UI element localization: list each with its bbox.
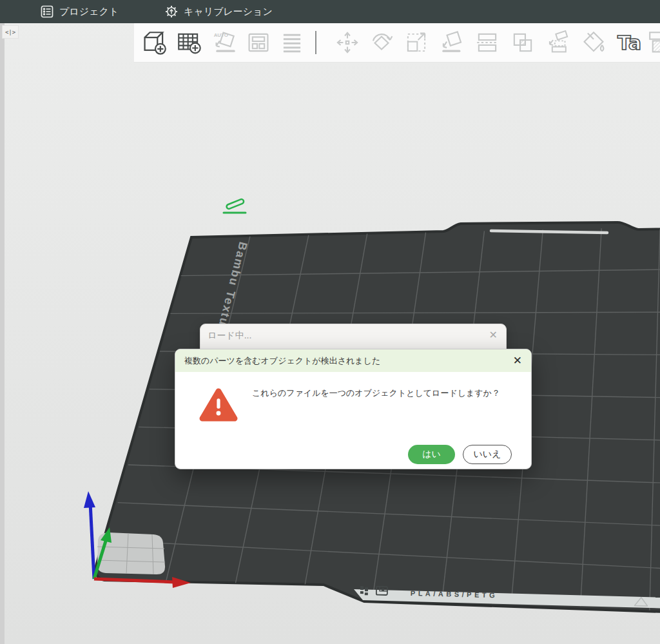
add-object-icon bbox=[141, 29, 168, 56]
color-painting-icon bbox=[580, 29, 607, 56]
top-menubar: プロジェクト キャリブレーション bbox=[0, 0, 660, 23]
multi-part-dialog-title: 複数のパーツを含むオブジェクトが検出されました bbox=[184, 355, 380, 367]
axis-z-blue bbox=[90, 503, 94, 579]
project-label: プロジェクト bbox=[59, 6, 119, 18]
multi-part-dialog-message: これらのファイルを一つのオブジェクトとしてロードしますか？ bbox=[252, 387, 500, 399]
add-object-button[interactable] bbox=[139, 25, 170, 60]
svg-text:Ta: Ta bbox=[617, 32, 641, 54]
seam-painting-icon bbox=[644, 29, 660, 56]
move-icon bbox=[334, 29, 361, 56]
rotate-button[interactable] bbox=[366, 25, 397, 60]
mesh-boolean-button[interactable] bbox=[507, 25, 538, 60]
lay-on-face-icon bbox=[438, 29, 465, 56]
yes-button[interactable]: はい bbox=[408, 445, 455, 464]
mesh-boolean-icon bbox=[509, 29, 536, 56]
calibration-label: キャリブレーション bbox=[184, 6, 273, 18]
plate-handle-slot bbox=[491, 231, 607, 233]
color-painting-button[interactable] bbox=[578, 25, 609, 60]
cut-icon bbox=[474, 29, 501, 56]
auto-orient-button[interactable]: AUTO bbox=[210, 25, 241, 60]
loading-dialog-title: ロード中... bbox=[208, 330, 251, 342]
multi-part-dialog-close-icon[interactable]: ✕ bbox=[513, 355, 522, 366]
seam-painting-button[interactable] bbox=[642, 25, 660, 60]
support-painting-icon bbox=[545, 29, 572, 56]
lay-flat-marker-icon bbox=[224, 199, 246, 213]
multi-part-dialog: 複数のパーツを含むオブジェクトが検出されました ✕ これらのファイルを一つのオブ… bbox=[175, 349, 532, 469]
sidebar-collapsed-strip bbox=[0, 23, 5, 644]
sidebar-collapse-button[interactable]: <|> bbox=[2, 25, 19, 39]
rotate-icon bbox=[368, 29, 395, 56]
move-button[interactable] bbox=[332, 25, 363, 60]
arrange-button[interactable] bbox=[243, 25, 274, 60]
toolbar-separator bbox=[315, 31, 316, 54]
support-painting-button[interactable] bbox=[543, 25, 574, 60]
loading-dialog-close-icon[interactable]: ✕ bbox=[489, 329, 498, 341]
variable-layer-height-button[interactable] bbox=[277, 25, 307, 60]
no-button[interactable]: いいえ bbox=[463, 445, 512, 464]
axis-z-arrowhead-icon bbox=[84, 491, 95, 508]
project-list-icon bbox=[41, 5, 53, 18]
main-toolbar: AUTO bbox=[133, 23, 660, 63]
lay-on-face-button[interactable] bbox=[436, 25, 467, 60]
menu-item-project[interactable]: プロジェクト bbox=[41, 5, 119, 18]
scale-button[interactable] bbox=[401, 25, 432, 60]
cut-button[interactable] bbox=[472, 25, 503, 60]
dialog-buttons: はい いいえ bbox=[408, 445, 512, 464]
warning-icon bbox=[199, 387, 238, 423]
multi-part-dialog-header: 複数のパーツを含むオブジェクトが検出されました ✕ bbox=[175, 349, 531, 372]
text-shape-icon: Ta bbox=[615, 29, 642, 56]
add-plate-icon bbox=[175, 29, 202, 56]
menu-item-calibration[interactable]: キャリブレーション bbox=[165, 5, 273, 18]
variable-layer-height-icon bbox=[278, 29, 306, 56]
arrange-icon bbox=[245, 29, 272, 56]
scale-icon bbox=[403, 29, 430, 56]
3d-viewport[interactable]: PLA/ABS/PETG Bambu Texture bbox=[0, 0, 660, 644]
auto-orient-icon: AUTO bbox=[212, 29, 239, 56]
calibration-gear-icon bbox=[165, 5, 178, 18]
add-plate-button[interactable] bbox=[173, 25, 204, 60]
text-shape-button[interactable]: Ta bbox=[613, 25, 644, 60]
